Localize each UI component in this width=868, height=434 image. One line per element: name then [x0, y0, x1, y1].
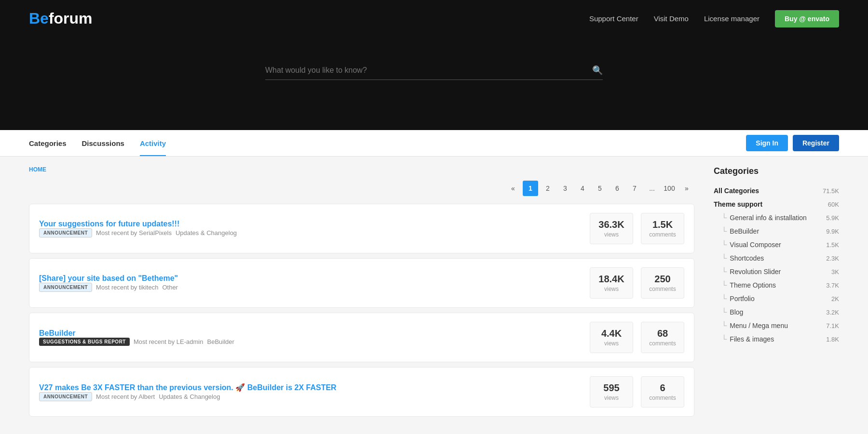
discussion-recent: Most recent by tikitech — [96, 284, 158, 291]
cat-name: Blog — [730, 308, 743, 316]
cat-bullet-icon: └ — [721, 240, 727, 249]
page-6-button[interactable]: 6 — [610, 181, 625, 196]
page-5-button[interactable]: 5 — [592, 181, 608, 196]
cat-indent: └ Blog — [714, 308, 826, 316]
views-value: 595 — [598, 382, 625, 394]
comments-label: comments — [649, 340, 676, 347]
page-1-button[interactable]: 1 — [523, 181, 538, 196]
search-input[interactable] — [265, 66, 592, 75]
content-area: HOME « 1 2 3 4 5 6 7 ... 100 » Your sugg… — [29, 166, 694, 421]
cat-indent: └ Theme Options — [714, 281, 826, 289]
discussion-recent: Most recent by SerialPixels — [96, 229, 172, 237]
cat-bullet-icon: └ — [721, 267, 727, 276]
cat-indent: └ BeBuilder — [714, 227, 826, 236]
discussion-title[interactable]: Your suggestions for future updates!!! — [39, 220, 179, 228]
page-prev-button[interactable]: « — [505, 181, 521, 196]
tab-categories[interactable]: Categories — [29, 130, 67, 156]
breadcrumb[interactable]: HOME — [29, 166, 694, 173]
page-7-button[interactable]: 7 — [627, 181, 642, 196]
cat-count: 7.1K — [826, 322, 839, 329]
cat-name: Theme support — [714, 200, 762, 208]
comments-stat: 6 comments — [641, 376, 684, 408]
cat-bullet-icon: └ — [721, 308, 727, 316]
cat-count: 3K — [831, 268, 839, 276]
sign-in-button[interactable]: Sign In — [746, 135, 788, 151]
search-icon[interactable]: 🔍 — [592, 65, 603, 76]
logo-rest: forum — [49, 10, 93, 27]
search-bar: 🔍 — [265, 65, 603, 80]
sidebar-category-top-item[interactable]: All Categories 71.5K — [714, 184, 839, 197]
sidebar-category-sub-item[interactable]: └ Files & images 1.8K — [714, 332, 839, 346]
cat-bullet-icon: └ — [721, 213, 727, 222]
sidebar-category-sub-item[interactable]: └ Portfolio 2K — [714, 292, 839, 305]
visit-demo-link[interactable]: Visit Demo — [654, 14, 689, 23]
discussion-stats: 36.3K views 1.5K comments — [590, 213, 684, 244]
cat-name: All Categories — [714, 187, 759, 195]
discussion-title[interactable]: BeBuilder — [39, 329, 76, 337]
sidebar: Categories All Categories 71.5K Theme su… — [714, 166, 839, 421]
cat-name: Shortcodes — [730, 254, 764, 262]
nav-bar: Categories Discussions Activity Sign In … — [0, 130, 868, 157]
cat-name: Revolution Slider — [730, 268, 781, 276]
cat-bullet-icon: └ — [721, 335, 727, 343]
sidebar-category-sub-item[interactable]: └ BeBuilder 9.9K — [714, 224, 839, 238]
logo-be: Be — [29, 10, 49, 27]
sidebar-category-sub-item[interactable]: └ Revolution Slider 3K — [714, 265, 839, 278]
discussion-info: Your suggestions for future updates!!! A… — [39, 220, 580, 237]
sidebar-category-top-item[interactable]: Theme support 60K — [714, 197, 839, 211]
cat-indent: └ Visual Composer — [714, 240, 826, 249]
page-2-button[interactable]: 2 — [540, 181, 556, 196]
register-button[interactable]: Register — [793, 135, 839, 151]
views-stat: 18.4K views — [590, 267, 633, 299]
nav-actions: Sign In Register — [746, 135, 839, 151]
sidebar-categories-sub: └ General info & installation 5.9K └ BeB… — [714, 211, 839, 346]
views-label: views — [598, 231, 625, 238]
discussion-category[interactable]: Updates & Changelog — [176, 229, 237, 237]
sidebar-category-sub-item[interactable]: └ General info & installation 5.9K — [714, 211, 839, 224]
discussion-info: V27 makes Be 3X FASTER than the previous… — [39, 383, 580, 401]
sidebar-category-sub-item[interactable]: └ Blog 3.2K — [714, 305, 839, 319]
sidebar-category-sub-item[interactable]: └ Theme Options 3.7K — [714, 278, 839, 292]
comments-label: comments — [649, 231, 676, 238]
header-nav: Beforum Support Center Visit Demo Licens… — [29, 10, 839, 27]
sidebar-category-sub-item[interactable]: └ Shortcodes 2.3K — [714, 251, 839, 265]
views-label: views — [598, 395, 625, 401]
cat-count: 60K — [828, 201, 839, 208]
header-links: Support Center Visit Demo License manage… — [589, 10, 839, 27]
cat-count: 71.5K — [823, 187, 839, 195]
buy-envato-button[interactable]: Buy @ envato — [775, 10, 839, 27]
discussion-meta: ANNOUNCEMENT Most recent by SerialPixels… — [39, 228, 580, 237]
tab-activity[interactable]: Activity — [140, 130, 166, 156]
discussion-title[interactable]: [Share] your site based on "Betheme" — [39, 274, 178, 282]
discussion-category[interactable]: Updates & Changelog — [159, 393, 220, 400]
page-3-button[interactable]: 3 — [557, 181, 573, 196]
sidebar-category-sub-item[interactable]: └ Menu / Mega menu 7.1K — [714, 319, 839, 332]
discussion-category[interactable]: BeBuilder — [207, 338, 234, 345]
cat-count: 9.9K — [826, 228, 839, 235]
views-label: views — [598, 286, 625, 292]
discussion-info: [Share] your site based on "Betheme" ANN… — [39, 274, 580, 292]
discussion-category[interactable]: Other — [162, 284, 178, 291]
cat-count: 1.5K — [826, 241, 839, 249]
page-next-button[interactable]: » — [679, 181, 694, 196]
comments-label: comments — [649, 286, 676, 292]
discussion-title[interactable]: V27 makes Be 3X FASTER than the previous… — [39, 383, 337, 392]
comments-label: comments — [649, 395, 676, 401]
cat-name: Visual Composer — [730, 241, 781, 249]
discussions-list: Your suggestions for future updates!!! A… — [29, 204, 694, 417]
comments-value: 250 — [649, 274, 676, 285]
views-stat: 595 views — [590, 376, 633, 408]
tab-discussions[interactable]: Discussions — [82, 130, 124, 156]
license-manager-link[interactable]: License manager — [704, 14, 760, 23]
discussion-tag: ANNOUNCEMENT — [39, 283, 92, 292]
pagination: « 1 2 3 4 5 6 7 ... 100 » — [29, 181, 694, 196]
page-4-button[interactable]: 4 — [575, 181, 590, 196]
cat-bullet-icon: └ — [721, 321, 727, 330]
sidebar-category-sub-item[interactable]: └ Visual Composer 1.5K — [714, 238, 839, 251]
support-center-link[interactable]: Support Center — [589, 14, 638, 23]
cat-bullet-icon: └ — [721, 254, 727, 263]
cat-count: 3.2K — [826, 309, 839, 316]
cat-indent: └ Revolution Slider — [714, 267, 831, 276]
page-100-button[interactable]: 100 — [662, 181, 677, 196]
cat-indent: └ Menu / Mega menu — [714, 321, 826, 330]
